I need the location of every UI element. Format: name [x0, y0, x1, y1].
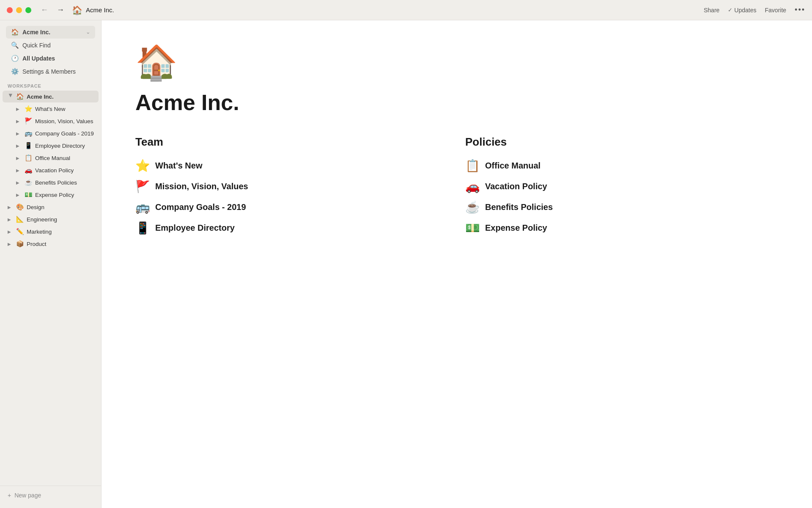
clock-icon: 🕐 [11, 55, 19, 62]
team-whats-new-label: What's New [155, 161, 202, 171]
vacation-label: Vacation Policy [35, 167, 95, 174]
acme-root-label: Acme Inc. [27, 94, 95, 100]
all-updates-label: All Updates [22, 55, 55, 62]
title-bar: ← → 🏠 Acme Inc. Share ✓ Updates Favorite… [0, 0, 812, 20]
product-emoji: 📦 [16, 240, 24, 248]
expand-arrow-product: ▶ [8, 242, 14, 246]
sidebar-item-engineering[interactable]: ▶ 📐 Engineering [3, 213, 99, 225]
team-link-whats-new[interactable]: ⭐ What's New [135, 159, 448, 173]
policy-link-office-manual[interactable]: 📋 Office Manual [465, 159, 778, 173]
back-button[interactable]: ← [38, 5, 51, 15]
team-section: Team ⭐ What's New 🚩 Mission, Vision, Val… [135, 135, 448, 235]
workspace-emoji: 🏠 [11, 28, 19, 36]
mission-label: Mission, Vision, Values [35, 118, 95, 124]
sidebar-item-employee-dir[interactable]: ▶ 📱 Employee Directory [3, 140, 99, 152]
product-label: Product [27, 241, 95, 247]
policy-benefits-emoji: ☕ [465, 200, 480, 214]
gear-icon: ⚙️ [11, 68, 19, 75]
policy-benefits-label: Benefits Policies [485, 202, 553, 212]
office-emoji: 📋 [25, 154, 33, 162]
sidebar-item-design[interactable]: ▶ 🎨 Design [3, 201, 99, 213]
new-page-label: New page [14, 492, 41, 499]
check-icon: ✓ [728, 7, 732, 13]
whats-new-label: What's New [35, 106, 95, 112]
policy-vacation-emoji: 🚗 [465, 179, 480, 193]
chevron-down-icon: ⌄ [86, 29, 90, 35]
close-button[interactable] [7, 7, 13, 13]
expand-arrow-mission: ▶ [16, 119, 22, 124]
policy-vacation-label: Vacation Policy [485, 182, 547, 191]
sidebar-item-quick-find[interactable]: 🔍 Quick Find [6, 39, 95, 52]
sidebar-item-office-manual[interactable]: ▶ 📋 Office Manual [3, 152, 99, 164]
expand-arrow-engineering: ▶ [8, 217, 14, 222]
team-link-employee-dir[interactable]: 📱 Employee Directory [135, 221, 448, 235]
sidebar-item-whats-new[interactable]: ▶ ⭐ What's New [3, 103, 99, 115]
policy-expense-label: Expense Policy [485, 223, 547, 233]
marketing-emoji: ✏️ [16, 228, 24, 235]
sidebar-item-mission[interactable]: ▶ 🚩 Mission, Vision, Values [3, 115, 99, 127]
workspace-section-label: WORKSPACE [0, 80, 101, 90]
page-header-emoji: 🏠 [72, 5, 82, 15]
policy-office-emoji: 📋 [465, 159, 480, 173]
sidebar-footer: + New page [0, 486, 101, 505]
team-link-company-goals[interactable]: 🚌 Company Goals - 2019 [135, 200, 448, 214]
sidebar-item-company-goals[interactable]: ▶ 🚌 Company Goals - 2019 [3, 127, 99, 139]
team-goals-label: Company Goals - 2019 [155, 202, 246, 212]
whats-new-emoji: ⭐ [25, 105, 33, 113]
team-section-heading: Team [135, 135, 448, 149]
team-employee-emoji: 📱 [135, 221, 150, 235]
employee-label: Employee Directory [35, 143, 95, 149]
sidebar-item-all-updates[interactable]: 🕐 All Updates [6, 52, 95, 65]
policies-section-heading: Policies [465, 135, 778, 149]
policy-expense-emoji: 💵 [465, 221, 480, 235]
header-actions: Share ✓ Updates Favorite ••• [704, 6, 805, 14]
policy-link-vacation[interactable]: 🚗 Vacation Policy [465, 179, 778, 193]
sidebar-item-settings[interactable]: ⚙️ Settings & Members [6, 65, 95, 78]
expand-arrow-expense: ▶ [16, 193, 22, 197]
favorite-button[interactable]: Favorite [765, 7, 787, 14]
design-emoji: 🎨 [16, 203, 24, 211]
plus-icon: + [8, 492, 11, 499]
policy-office-label: Office Manual [485, 161, 540, 171]
app-body: 🏠 Acme Inc. ⌄ 🔍 Quick Find 🕐 All Updates… [0, 20, 812, 508]
sidebar-item-vacation[interactable]: ▶ 🚗 Vacation Policy [3, 164, 99, 176]
sidebar-item-product[interactable]: ▶ 📦 Product [3, 238, 99, 250]
policy-link-expense[interactable]: 💵 Expense Policy [465, 221, 778, 235]
nav-arrows: ← → [38, 5, 67, 15]
team-link-list: ⭐ What's New 🚩 Mission, Vision, Values 🚌… [135, 159, 448, 235]
sidebar-tree: ▶ 🏠 Acme Inc. ▶ ⭐ What's New ▶ 🚩 Mission… [0, 90, 101, 250]
expand-arrow-employee: ▶ [16, 144, 22, 148]
expand-arrow-marketing: ▶ [8, 229, 14, 234]
updates-button[interactable]: ✓ Updates [728, 7, 756, 14]
sidebar-item-acme-root[interactable]: ▶ 🏠 Acme Inc. [3, 91, 99, 102]
design-label: Design [27, 204, 95, 210]
team-link-mission[interactable]: 🚩 Mission, Vision, Values [135, 179, 448, 193]
sidebar-top: 🏠 Acme Inc. ⌄ 🔍 Quick Find 🕐 All Updates… [0, 24, 101, 80]
share-button[interactable]: Share [704, 7, 719, 14]
goals-emoji: 🚌 [25, 130, 33, 137]
forward-button[interactable]: → [54, 5, 67, 15]
marketing-label: Marketing [27, 229, 95, 235]
maximize-button[interactable] [25, 7, 31, 13]
minimize-button[interactable] [16, 7, 22, 13]
new-page-button[interactable]: + New page [3, 489, 99, 501]
expand-arrow-vacation: ▶ [16, 168, 22, 173]
sidebar: 🏠 Acme Inc. ⌄ 🔍 Quick Find 🕐 All Updates… [0, 20, 102, 508]
team-employee-label: Employee Directory [155, 223, 235, 233]
expand-arrow-acme: ▶ [8, 94, 13, 99]
main-content: 🏠 Acme Inc. Team ⭐ What's New 🚩 Mission,… [102, 20, 812, 508]
settings-label: Settings & Members [22, 68, 76, 75]
sidebar-item-marketing[interactable]: ▶ ✏️ Marketing [3, 226, 99, 237]
page-hero-emoji: 🏠 [135, 46, 778, 80]
goals-label: Company Goals - 2019 [35, 130, 95, 137]
policy-link-benefits[interactable]: ☕ Benefits Policies [465, 200, 778, 214]
quick-find-label: Quick Find [22, 42, 51, 49]
expense-label: Expense Policy [35, 192, 95, 198]
sidebar-item-acme-workspace[interactable]: 🏠 Acme Inc. ⌄ [6, 26, 95, 39]
page-header-title: Acme Inc. [86, 6, 114, 14]
sidebar-item-expense[interactable]: ▶ 💵 Expense Policy [3, 189, 99, 201]
sidebar-item-benefits[interactable]: ▶ ☕ Benefits Policies [3, 177, 99, 188]
expand-arrow-whats-new: ▶ [16, 107, 22, 111]
more-button[interactable]: ••• [795, 6, 805, 14]
team-whats-new-emoji: ⭐ [135, 159, 150, 173]
